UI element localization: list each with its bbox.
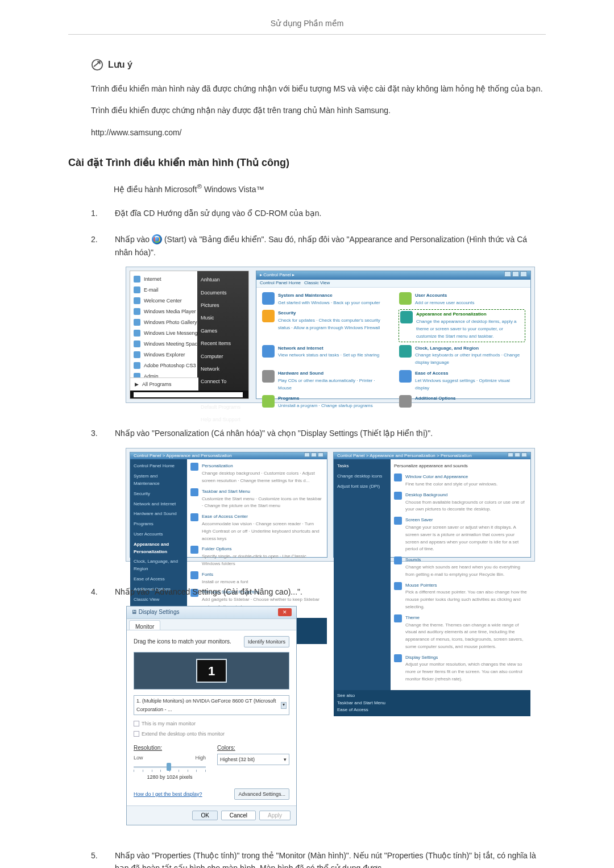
cp-item[interactable]: Programs — [278, 395, 373, 402]
sm-right[interactable]: Games — [201, 327, 245, 335]
window-buttons[interactable] — [507, 452, 527, 460]
monitor-preview-area[interactable]: 1 — [134, 652, 289, 690]
side-link[interactable]: User Accounts — [134, 531, 184, 538]
identify-monitors-button[interactable]: Identify Monitors — [244, 636, 289, 647]
side-link[interactable]: Network and Internet — [134, 501, 184, 508]
ok-button[interactable]: OK — [192, 811, 217, 820]
sm-right[interactable]: Recent Items — [201, 339, 245, 347]
cp-item[interactable]: Ease of Access — [415, 370, 525, 377]
cp-home-link[interactable]: Control Panel Home — [260, 280, 301, 287]
ap-item[interactable]: Fonts — [202, 571, 248, 579]
sm-search[interactable] — [130, 391, 248, 398]
sm-item[interactable]: Windows Media Player — [144, 308, 196, 315]
sm-all-programs[interactable]: ▶ All Programs — [130, 377, 198, 391]
chevron-down-icon[interactable]: ▾ — [284, 755, 287, 763]
side-link[interactable]: System and Maintenance — [134, 473, 184, 488]
side-link[interactable]: Ease of Access — [134, 576, 184, 583]
side-link[interactable]: Appearance and Personalization — [134, 541, 184, 556]
monitor-select[interactable]: 1. (Multiple Monitors) on NVIDIA GeForce… — [134, 695, 289, 715]
sm-right[interactable]: Connect To — [201, 377, 245, 385]
sm-item[interactable]: Internet — [144, 275, 161, 283]
side-link[interactable]: Change desktop icons — [337, 473, 387, 480]
ap-item[interactable]: Taskbar and Start Menu — [202, 488, 323, 496]
monitor-1-icon[interactable]: 1 — [196, 659, 227, 683]
display-settings-dialog: 🖥 Display Settings ✕ Monitor Drag the ic… — [126, 606, 297, 825]
step-1-text: Đặt đĩa CD Hướng dẫn sử dụng vào ổ CD-RO… — [115, 207, 546, 219]
sm-right[interactable]: Anhtuan — [201, 276, 245, 284]
drag-label: Drag the icons to match your monitors. — [134, 637, 231, 646]
side-link[interactable]: Security — [134, 491, 184, 498]
resolution-slider[interactable] — [134, 762, 206, 772]
pz-item[interactable]: Screen Saver — [405, 517, 527, 524]
cp-item[interactable]: Network and Internet — [278, 345, 379, 352]
sm-item[interactable]: Windows Explorer — [144, 351, 185, 359]
side-link[interactable]: Programs — [134, 521, 184, 528]
cp-item[interactable]: System and Maintenance — [278, 292, 380, 300]
step-3-num: 3. — [91, 427, 105, 571]
side-link[interactable]: Control Panel Home — [134, 463, 184, 470]
fig1-start-menu: Internet E-mail Welcome Center Windows M… — [130, 271, 249, 399]
step-2-post: (Start) và "Bảng điều khiển". Sau đó, nh… — [115, 235, 527, 256]
sm-item[interactable]: Welcome Center — [144, 297, 182, 305]
sm-right[interactable]: Computer — [201, 352, 245, 360]
colors-value: Highest (32 bit) — [220, 755, 255, 763]
fig1-control-panel: ▸ Control Panel ▸ Control Panel Home Cla… — [256, 271, 531, 399]
sm-item[interactable]: E-mail — [144, 286, 159, 294]
start-orb-icon — [152, 234, 162, 244]
dlg-title-text: 🖥 Display Settings — [131, 608, 179, 617]
sm-item[interactable]: Adobe Photoshop CS3 — [144, 362, 196, 369]
side-hd: Tasks — [337, 463, 387, 470]
side-link[interactable]: Hardware and Sound — [134, 510, 184, 518]
chk-extend-desktop[interactable]: Extend the desktop onto this monitor — [134, 730, 289, 738]
chevron-down-icon[interactable]: ▾ — [281, 702, 287, 709]
step-3-text: Nhấp vào "Personalization (Cá nhân hóa)"… — [115, 429, 433, 438]
search-input[interactable] — [134, 392, 243, 397]
cp-item[interactable]: Security — [278, 310, 388, 317]
sm-right[interactable]: Network — [201, 365, 245, 373]
pz-item[interactable]: Desktop Background — [405, 492, 527, 499]
step-3: 3. Nhấp vào "Personalization (Cá nhân hó… — [91, 427, 546, 571]
note-row: Lưu ý — [91, 57, 546, 72]
note-p2: Trình điều khiển được chứng nhận này đượ… — [91, 104, 546, 117]
window-buttons[interactable] — [303, 452, 323, 460]
ap-item[interactable]: Folder Options — [202, 546, 323, 553]
ap-item[interactable]: Personalization — [202, 463, 323, 470]
cp-item[interactable]: Hardware and Sound — [278, 370, 388, 377]
sm-right[interactable]: Help and Support — [201, 416, 245, 423]
svg-point-0 — [92, 60, 102, 70]
cp-title: ▸ Control Panel ▸ — [260, 272, 294, 279]
advanced-settings-button[interactable]: Advanced Settings... — [234, 788, 289, 800]
pz-heading: Personalize appearance and sounds — [394, 463, 527, 470]
sm-right[interactable]: Documents — [201, 289, 245, 297]
sm-item[interactable]: Windows Meeting Space — [144, 340, 200, 348]
help-link[interactable]: How do I get the best display? — [134, 790, 202, 798]
sm-right[interactable]: Pictures — [201, 301, 245, 309]
step-5-text: Nhấp vào "Properties (Thuộc tính)" trong… — [115, 849, 546, 868]
cancel-button[interactable]: Cancel — [221, 811, 256, 820]
cp-item-appearance[interactable]: Appearance and Personalization — [416, 311, 524, 318]
colors-select[interactable]: Highest (32 bit) ▾ — [217, 754, 289, 765]
side-link[interactable]: Adjust font size (DPI) — [337, 483, 387, 491]
side-link[interactable]: Clock, Language, and Region — [134, 558, 184, 573]
sm-right[interactable]: Default Programs — [201, 403, 245, 411]
cp-item[interactable]: User Accounts — [415, 292, 475, 300]
apply-button[interactable]: Apply — [259, 811, 291, 820]
cp-item[interactable]: Additional Options — [415, 395, 456, 402]
pz-item[interactable]: Window Color and Appearance — [405, 474, 497, 481]
chk-main-monitor[interactable]: This is my main monitor — [134, 720, 289, 728]
cp-item[interactable]: Clock, Language, and Region — [415, 345, 525, 352]
ap-item[interactable]: Ease of Access Center — [202, 513, 323, 521]
cp-classic-link[interactable]: Classic View — [304, 280, 330, 287]
pz-item[interactable]: Sounds — [405, 556, 527, 564]
tab-monitor[interactable]: Monitor — [129, 620, 160, 630]
close-button[interactable]: ✕ — [278, 608, 292, 616]
sm-right[interactable]: Music — [201, 314, 245, 322]
step-5: 5. Nhấp vào "Properties (Thuộc tính)" tr… — [91, 849, 546, 868]
fig2-right-panel: Control Panel > Appearance and Personali… — [333, 452, 531, 558]
note-url: http://www.samsung.com/ — [91, 126, 546, 139]
sm-item[interactable]: Windows Photo Gallery — [144, 318, 197, 326]
window-buttons[interactable] — [503, 271, 527, 280]
step-2-text: Nhấp vào (Start) và "Bảng điều khiển". S… — [115, 233, 546, 413]
section-title: Cài đặt Trình điều khiển màn hình (Thủ c… — [68, 155, 546, 171]
step-4: 4. Nhấp vào "Advanced Settings (Cài đặt … — [91, 585, 546, 836]
